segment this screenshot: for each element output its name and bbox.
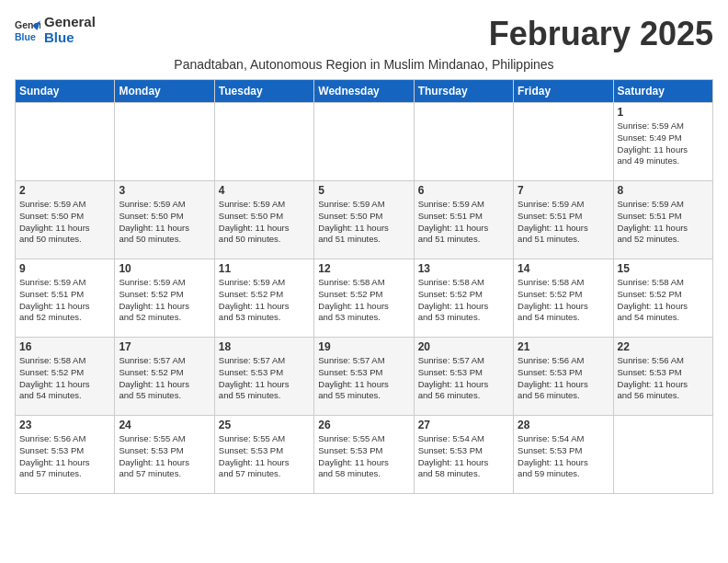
col-header-tuesday: Tuesday xyxy=(214,80,313,103)
calendar-cell: 22Sunrise: 5:56 AM Sunset: 5:53 PM Dayli… xyxy=(613,338,712,416)
calendar-cell: 15Sunrise: 5:58 AM Sunset: 5:52 PM Dayli… xyxy=(613,259,712,338)
day-number: 14 xyxy=(518,262,609,275)
day-info: Sunrise: 5:56 AM Sunset: 5:53 PM Dayligh… xyxy=(19,433,110,480)
day-info: Sunrise: 5:59 AM Sunset: 5:50 PM Dayligh… xyxy=(219,199,310,246)
calendar-cell: 3Sunrise: 5:59 AM Sunset: 5:50 PM Daylig… xyxy=(115,181,214,259)
calendar-week-row: 2Sunrise: 5:59 AM Sunset: 5:50 PM Daylig… xyxy=(16,181,713,259)
calendar-week-row: 1Sunrise: 5:59 AM Sunset: 5:49 PM Daylig… xyxy=(16,103,713,181)
day-info: Sunrise: 5:59 AM Sunset: 5:49 PM Dayligh… xyxy=(618,121,709,167)
calendar-cell xyxy=(115,103,214,181)
day-info: Sunrise: 5:58 AM Sunset: 5:52 PM Dayligh… xyxy=(418,277,509,324)
day-number: 3 xyxy=(119,184,210,197)
calendar-cell: 23Sunrise: 5:56 AM Sunset: 5:53 PM Dayli… xyxy=(16,416,115,494)
calendar-week-row: 23Sunrise: 5:56 AM Sunset: 5:53 PM Dayli… xyxy=(16,416,713,494)
day-info: Sunrise: 5:56 AM Sunset: 5:53 PM Dayligh… xyxy=(518,355,609,402)
day-info: Sunrise: 5:55 AM Sunset: 5:53 PM Dayligh… xyxy=(219,433,310,480)
calendar-cell: 17Sunrise: 5:57 AM Sunset: 5:52 PM Dayli… xyxy=(115,338,214,416)
day-info: Sunrise: 5:55 AM Sunset: 5:53 PM Dayligh… xyxy=(119,433,210,480)
calendar-cell: 9Sunrise: 5:59 AM Sunset: 5:51 PM Daylig… xyxy=(16,259,115,338)
calendar-cell xyxy=(613,416,712,494)
day-info: Sunrise: 5:58 AM Sunset: 5:52 PM Dayligh… xyxy=(318,277,409,324)
day-info: Sunrise: 5:58 AM Sunset: 5:52 PM Dayligh… xyxy=(618,277,709,324)
day-info: Sunrise: 5:57 AM Sunset: 5:52 PM Dayligh… xyxy=(119,355,210,402)
day-info: Sunrise: 5:57 AM Sunset: 5:53 PM Dayligh… xyxy=(318,355,409,402)
calendar-cell: 21Sunrise: 5:56 AM Sunset: 5:53 PM Dayli… xyxy=(514,338,613,416)
day-info: Sunrise: 5:54 AM Sunset: 5:53 PM Dayligh… xyxy=(418,433,509,480)
day-number: 25 xyxy=(219,419,310,431)
day-number: 9 xyxy=(19,262,110,275)
calendar-header-row: SundayMondayTuesdayWednesdayThursdayFrid… xyxy=(16,80,713,103)
calendar-cell xyxy=(514,103,613,181)
calendar-cell: 28Sunrise: 5:54 AM Sunset: 5:53 PM Dayli… xyxy=(514,416,613,494)
day-info: Sunrise: 5:59 AM Sunset: 5:51 PM Dayligh… xyxy=(418,199,509,246)
calendar-cell: 25Sunrise: 5:55 AM Sunset: 5:53 PM Dayli… xyxy=(214,416,313,494)
day-number: 1 xyxy=(618,106,709,119)
calendar-cell: 12Sunrise: 5:58 AM Sunset: 5:52 PM Dayli… xyxy=(314,259,414,338)
day-info: Sunrise: 5:57 AM Sunset: 5:53 PM Dayligh… xyxy=(418,355,509,402)
svg-text:Blue: Blue xyxy=(15,30,36,41)
calendar-week-row: 16Sunrise: 5:58 AM Sunset: 5:52 PM Dayli… xyxy=(16,338,713,416)
calendar-cell: 10Sunrise: 5:59 AM Sunset: 5:52 PM Dayli… xyxy=(115,259,214,338)
day-number: 2 xyxy=(19,184,110,197)
day-info: Sunrise: 5:59 AM Sunset: 5:52 PM Dayligh… xyxy=(119,277,210,324)
day-info: Sunrise: 5:56 AM Sunset: 5:53 PM Dayligh… xyxy=(618,355,709,402)
calendar-cell: 20Sunrise: 5:57 AM Sunset: 5:53 PM Dayli… xyxy=(414,338,513,416)
day-info: Sunrise: 5:59 AM Sunset: 5:52 PM Dayligh… xyxy=(219,277,310,324)
day-number: 6 xyxy=(418,184,509,197)
day-number: 21 xyxy=(518,340,609,353)
calendar-cell xyxy=(314,103,414,181)
col-header-friday: Friday xyxy=(514,80,613,103)
col-header-saturday: Saturday xyxy=(613,80,712,103)
day-number: 23 xyxy=(19,419,110,431)
day-number: 26 xyxy=(318,419,409,431)
day-info: Sunrise: 5:58 AM Sunset: 5:52 PM Dayligh… xyxy=(19,355,110,402)
day-info: Sunrise: 5:55 AM Sunset: 5:53 PM Dayligh… xyxy=(318,433,409,480)
calendar-cell: 24Sunrise: 5:55 AM Sunset: 5:53 PM Dayli… xyxy=(115,416,214,494)
calendar-cell: 18Sunrise: 5:57 AM Sunset: 5:53 PM Dayli… xyxy=(214,338,313,416)
day-info: Sunrise: 5:57 AM Sunset: 5:53 PM Dayligh… xyxy=(219,355,310,402)
calendar-cell: 11Sunrise: 5:59 AM Sunset: 5:52 PM Dayli… xyxy=(214,259,313,338)
day-number: 7 xyxy=(518,184,609,197)
logo-icon: General Blue xyxy=(15,17,40,43)
calendar-week-row: 9Sunrise: 5:59 AM Sunset: 5:51 PM Daylig… xyxy=(16,259,713,338)
day-info: Sunrise: 5:58 AM Sunset: 5:52 PM Dayligh… xyxy=(518,277,609,324)
calendar-cell: 5Sunrise: 5:59 AM Sunset: 5:50 PM Daylig… xyxy=(314,181,414,259)
calendar-cell: 4Sunrise: 5:59 AM Sunset: 5:50 PM Daylig… xyxy=(214,181,313,259)
day-number: 24 xyxy=(119,419,210,431)
calendar-cell: 2Sunrise: 5:59 AM Sunset: 5:50 PM Daylig… xyxy=(16,181,115,259)
day-number: 8 xyxy=(618,184,709,197)
day-info: Sunrise: 5:59 AM Sunset: 5:51 PM Dayligh… xyxy=(19,277,110,324)
calendar-cell: 13Sunrise: 5:58 AM Sunset: 5:52 PM Dayli… xyxy=(414,259,513,338)
calendar-cell: 7Sunrise: 5:59 AM Sunset: 5:51 PM Daylig… xyxy=(514,181,613,259)
day-number: 16 xyxy=(19,340,110,353)
calendar-cell: 19Sunrise: 5:57 AM Sunset: 5:53 PM Dayli… xyxy=(314,338,414,416)
calendar-cell xyxy=(16,103,115,181)
day-info: Sunrise: 5:54 AM Sunset: 5:53 PM Dayligh… xyxy=(518,433,609,480)
day-number: 22 xyxy=(618,340,709,353)
day-number: 28 xyxy=(518,419,609,431)
month-title: February 2025 xyxy=(489,15,713,53)
day-info: Sunrise: 5:59 AM Sunset: 5:50 PM Dayligh… xyxy=(19,199,110,246)
col-header-thursday: Thursday xyxy=(414,80,513,103)
col-header-wednesday: Wednesday xyxy=(314,80,414,103)
day-number: 18 xyxy=(219,340,310,353)
logo-text-line1: General xyxy=(44,15,96,30)
subtitle: Panadtaban, Autonomous Region in Muslim … xyxy=(15,57,713,72)
day-number: 11 xyxy=(219,262,310,275)
logo-text-line2: Blue xyxy=(44,30,96,46)
calendar-cell xyxy=(214,103,313,181)
day-number: 13 xyxy=(418,262,509,275)
calendar: SundayMondayTuesdayWednesdayThursdayFrid… xyxy=(15,79,713,494)
day-info: Sunrise: 5:59 AM Sunset: 5:51 PM Dayligh… xyxy=(518,199,609,246)
day-info: Sunrise: 5:59 AM Sunset: 5:50 PM Dayligh… xyxy=(119,199,210,246)
calendar-cell: 8Sunrise: 5:59 AM Sunset: 5:51 PM Daylig… xyxy=(613,181,712,259)
day-number: 5 xyxy=(318,184,409,197)
calendar-cell: 26Sunrise: 5:55 AM Sunset: 5:53 PM Dayli… xyxy=(314,416,414,494)
day-number: 4 xyxy=(219,184,310,197)
calendar-cell: 14Sunrise: 5:58 AM Sunset: 5:52 PM Dayli… xyxy=(514,259,613,338)
col-header-monday: Monday xyxy=(115,80,214,103)
page-header: General Blue General Blue February 2025 xyxy=(15,15,713,53)
day-info: Sunrise: 5:59 AM Sunset: 5:51 PM Dayligh… xyxy=(618,199,709,246)
day-number: 17 xyxy=(119,340,210,353)
calendar-cell: 6Sunrise: 5:59 AM Sunset: 5:51 PM Daylig… xyxy=(414,181,513,259)
